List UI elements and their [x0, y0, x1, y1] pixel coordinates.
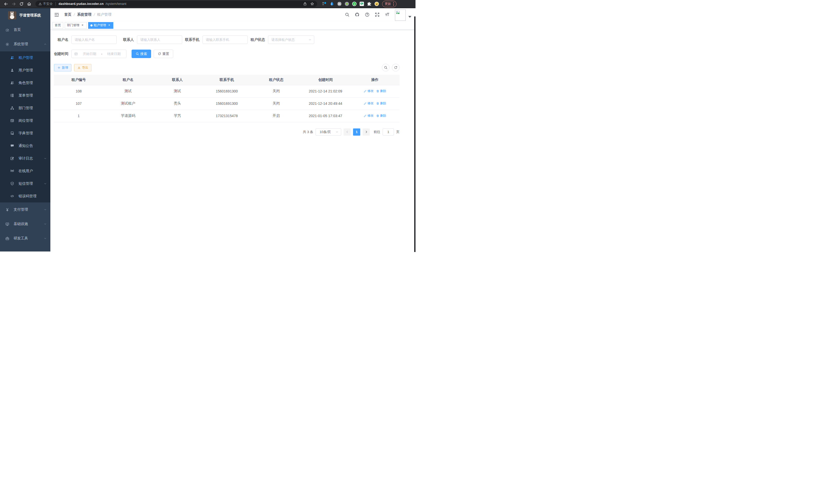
- delete-label: 删除: [380, 114, 386, 118]
- tags-view-bar: 首页部门管理租户管理: [50, 21, 416, 30]
- dashboard-icon: [5, 28, 9, 32]
- add-button[interactable]: 新增: [54, 64, 71, 71]
- breadcrumb: 首页 / 系统管理 / 租户管理: [64, 12, 112, 17]
- header-search-icon[interactable]: [345, 12, 349, 17]
- filter-contact: 联系人: [119, 35, 182, 44]
- refresh-table-button[interactable]: [392, 64, 400, 71]
- page-1-button[interactable]: 1: [353, 128, 360, 136]
- column-header: 租户状态: [252, 75, 301, 85]
- app-logo-row[interactable]: 芋道管理系统: [0, 8, 50, 23]
- sidebar-item[interactable]: 首页: [0, 23, 50, 37]
- browser-menu-icon[interactable]: [393, 2, 394, 6]
- date-range-picker[interactable]: 开始日期 - 结束日期: [71, 50, 126, 58]
- sidebar-collapse-icon[interactable]: [53, 12, 60, 17]
- extension-record-icon[interactable]: [345, 2, 349, 6]
- edit-link[interactable]: 修改: [364, 101, 374, 106]
- cell-mobile: 17321315478: [202, 110, 251, 122]
- breadcrumb-separator: /: [74, 12, 75, 17]
- browser-forward-button[interactable]: [10, 1, 17, 7]
- help-icon[interactable]: [365, 12, 370, 17]
- sidebar-item[interactable]: 错误码管理: [0, 190, 50, 202]
- sidebar-item-label: 支付管理: [13, 207, 28, 212]
- sidebar-item[interactable]: 系统管理: [0, 37, 50, 51]
- sidebar-submenu: 租户管理用户管理角色管理菜单管理部门管理岗位管理字典管理通知公告审计日志在线用户…: [0, 51, 50, 202]
- sidebar-item[interactable]: 用户管理: [0, 64, 50, 77]
- filter-tenant-name: 租户名: [54, 35, 117, 44]
- bookmark-star-icon[interactable]: [310, 2, 314, 6]
- breadcrumb-system[interactable]: 系统管理: [77, 12, 91, 17]
- sidebar-item-label: 错误码管理: [19, 194, 36, 199]
- close-icon[interactable]: [107, 24, 111, 27]
- sidebar-item[interactable]: 角色管理: [0, 77, 50, 89]
- extension-chat-icon[interactable]: [360, 2, 364, 6]
- export-button[interactable]: 导出: [74, 64, 91, 71]
- sidebar-item[interactable]: 字典管理: [0, 127, 50, 140]
- sidebar-item[interactable]: 租户管理: [0, 51, 50, 64]
- next-page-button[interactable]: [363, 128, 370, 136]
- status-select[interactable]: 请选择租户状态: [268, 35, 314, 44]
- prev-page-button[interactable]: [344, 128, 351, 136]
- edit-link[interactable]: 修改: [364, 89, 374, 93]
- sidebar-item[interactable]: 研发工具: [0, 231, 50, 245]
- warning-icon: [38, 2, 42, 6]
- browser-home-button[interactable]: [26, 1, 32, 7]
- fullscreen-icon[interactable]: [375, 12, 379, 17]
- mobile-input[interactable]: [203, 36, 248, 44]
- org-icon: [10, 106, 14, 110]
- tab-page[interactable]: 租户管理: [88, 22, 113, 29]
- table-row: 1芋道源码芋艿17321315478开启2021-01-05 17:03:47修…: [54, 110, 400, 122]
- chevup-icon: [44, 42, 47, 46]
- sidebar-item[interactable]: 部门管理: [0, 102, 50, 114]
- sidebar-item[interactable]: 审计日志: [0, 152, 50, 165]
- page-size-select[interactable]: 10条/页: [316, 128, 341, 136]
- toggle-search-button[interactable]: [382, 64, 390, 71]
- sidebar-item[interactable]: 基础设施: [0, 217, 50, 231]
- extension-y-logo-icon[interactable]: y: [352, 2, 357, 6]
- chevron-left-icon: [346, 130, 349, 134]
- sidebar-item[interactable]: 在线用户: [0, 165, 50, 177]
- browser-reload-button[interactable]: [18, 1, 25, 7]
- trash-icon: [376, 102, 379, 105]
- tenant-name-input[interactable]: [72, 36, 116, 44]
- sidebar-item[interactable]: 支付管理: [0, 202, 50, 217]
- profile-avatar-icon[interactable]: [374, 2, 379, 6]
- extensions-puzzle-icon[interactable]: [367, 2, 372, 6]
- reset-button[interactable]: 重置: [154, 50, 173, 58]
- status-label: 租户状态: [251, 37, 268, 42]
- edit-link[interactable]: 修改: [364, 114, 374, 118]
- screen: 不安全 dashboard.yudao.iocoder.cn/system/te…: [0, 0, 416, 252]
- tab-page[interactable]: 部门管理: [65, 22, 87, 29]
- browser-back-button[interactable]: [3, 1, 9, 7]
- sidebar-item[interactable]: 通知公告: [0, 140, 50, 152]
- goto-page-input[interactable]: [382, 128, 394, 136]
- sidebar-item-label: 岗位管理: [19, 118, 33, 123]
- download-icon: [77, 66, 81, 69]
- sidebar-item-label: 部门管理: [19, 106, 33, 111]
- chevdown-icon: [44, 237, 47, 240]
- cell-status: 关闭: [252, 85, 301, 97]
- search-button[interactable]: 搜索: [132, 50, 151, 58]
- pencil-icon: [364, 90, 367, 93]
- sidebar-item[interactable]: 岗位管理: [0, 114, 50, 127]
- breadcrumb-home[interactable]: 首页: [64, 12, 71, 17]
- font-size-icon[interactable]: [385, 12, 390, 17]
- extension-command-icon[interactable]: [337, 2, 342, 6]
- tab-home[interactable]: 首页: [52, 22, 63, 29]
- security-indicator[interactable]: 不安全: [38, 2, 53, 6]
- sidebar-item[interactable]: 短信管理: [0, 177, 50, 190]
- contact-input[interactable]: [137, 36, 182, 44]
- address-bar[interactable]: 不安全 dashboard.yudao.iocoder.cn/system/te…: [35, 1, 317, 7]
- delete-link[interactable]: 删除: [376, 101, 386, 106]
- filter-status: 租户状态 请选择租户状态: [251, 35, 314, 44]
- share-icon[interactable]: [303, 2, 307, 6]
- extension-tiles-icon[interactable]: [322, 2, 327, 6]
- pagination: 共 3 条 10条/页 1 前往 页: [54, 128, 400, 136]
- github-icon[interactable]: [355, 12, 360, 17]
- delete-link[interactable]: 删除: [376, 114, 386, 118]
- delete-link[interactable]: 删除: [376, 89, 386, 93]
- user-avatar-menu[interactable]: [395, 8, 411, 21]
- close-icon[interactable]: [81, 24, 84, 27]
- extension-kite-icon[interactable]: [330, 2, 334, 6]
- chrome-update-button[interactable]: 更新: [382, 1, 397, 7]
- sidebar-item[interactable]: 菜单管理: [0, 89, 50, 102]
